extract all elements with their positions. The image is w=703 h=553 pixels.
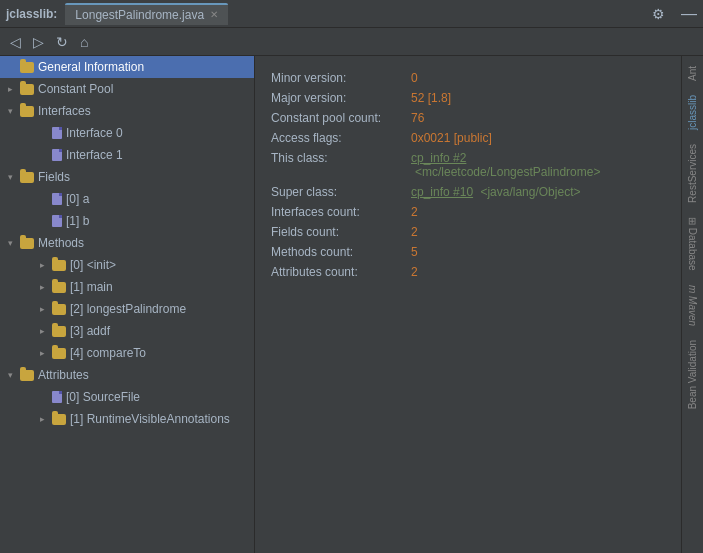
back-button[interactable]: ◁ (6, 32, 25, 52)
tree-item-general-information[interactable]: General Information (0, 56, 254, 78)
tree-item-method-addf[interactable]: [3] addf (0, 320, 254, 342)
tree-panel: General Information Constant Pool Interf… (0, 56, 255, 553)
folder-icon-method-addf (52, 326, 66, 337)
folder-shape (20, 62, 34, 73)
label-methods: Methods (38, 236, 84, 250)
home-button[interactable]: ⌂ (76, 32, 92, 52)
label-method-longestpalindrome: [2] longestPalindrome (70, 302, 186, 316)
info-row-fields-count: Fields count: 2 (271, 222, 665, 242)
tree-item-method-main[interactable]: [1] main (0, 276, 254, 298)
info-row-this-class: This class: cp_info #2 <mc/leetcode/Long… (271, 148, 665, 182)
info-value-this-class-name: <mc/leetcode/LongestPalindrome> (415, 165, 600, 179)
minimize-icon[interactable]: — (681, 6, 697, 22)
folder-shape (52, 326, 66, 337)
info-value-this-class-ref[interactable]: cp_info #2 (411, 151, 466, 165)
tree-item-method-longestpalindrome[interactable]: [2] longestPalindrome (0, 298, 254, 320)
toolbar: ◁ ▷ ↻ ⌂ (0, 28, 703, 56)
arrow-interfaces (8, 106, 20, 116)
tab-label: LongestPalindrome.java (75, 8, 204, 22)
tree-item-attr-runtimevisible[interactable]: [1] RuntimeVisibleAnnotations (0, 408, 254, 430)
tree-item-constant-pool[interactable]: Constant Pool (0, 78, 254, 100)
info-row-methods-count: Methods count: 5 (271, 242, 665, 262)
sidebar-tab-ant[interactable]: Ant (684, 60, 701, 87)
tree-item-fields[interactable]: Fields (0, 166, 254, 188)
tree-item-interfaces[interactable]: Interfaces (0, 100, 254, 122)
label-method-main: [1] main (70, 280, 113, 294)
forward-button[interactable]: ▷ (29, 32, 48, 52)
arrow-constant-pool (8, 84, 20, 94)
folder-shape (52, 282, 66, 293)
app-label: jclasslib: (6, 7, 57, 21)
folder-icon-interfaces (20, 106, 34, 117)
label-interfaces: Interfaces (38, 104, 91, 118)
label-constant-pool: Constant Pool (38, 82, 113, 96)
sidebar-tab-database[interactable]: ⊞ Database (684, 211, 701, 277)
arrow-method-addf (40, 326, 52, 336)
sidebar-tab-rest-services[interactable]: RestServices (684, 138, 701, 209)
file-shape (52, 149, 62, 161)
tree-item-field-a[interactable]: [0] a (0, 188, 254, 210)
settings-icon[interactable]: ⚙ (652, 6, 665, 22)
info-value-methods-count: 5 (411, 245, 418, 259)
sidebar-tab-bean-validation[interactable]: Bean Validation (684, 334, 701, 415)
forward-icon: ▷ (33, 34, 44, 50)
tree-item-method-init[interactable]: [0] <init> (0, 254, 254, 276)
title-bar: jclasslib: LongestPalindrome.java ✕ ⚙ — (0, 0, 703, 28)
folder-icon-general-information (20, 62, 34, 73)
info-label-access-flags: Access flags: (271, 128, 411, 148)
label-field-a: [0] a (66, 192, 89, 206)
main-content: General Information Constant Pool Interf… (0, 56, 703, 553)
info-row-major-version: Major version: 52 [1.8] (271, 88, 665, 108)
home-icon: ⌂ (80, 34, 88, 50)
info-label-attributes-count: Attributes count: (271, 262, 411, 282)
arrow-attr-runtimevisible (40, 414, 52, 424)
file-shape (52, 391, 62, 403)
arrow-fields (8, 172, 20, 182)
tab-close-icon[interactable]: ✕ (210, 9, 218, 20)
info-row-minor-version: Minor version: 0 (271, 68, 665, 88)
info-label-constant-pool-count: Constant pool count: (271, 108, 411, 128)
label-interface-0: Interface 0 (66, 126, 123, 140)
info-row-attributes-count: Attributes count: 2 (271, 262, 665, 282)
info-value-fields-count: 2 (411, 225, 418, 239)
info-value-super-class-name: <java/lang/Object> (480, 185, 580, 199)
label-interface-1: Interface 1 (66, 148, 123, 162)
tree-item-interface-0[interactable]: Interface 0 (0, 122, 254, 144)
sidebar-tab-maven[interactable]: m Maven (684, 279, 701, 332)
tree-item-field-b[interactable]: [1] b (0, 210, 254, 232)
file-shape (52, 127, 62, 139)
file-shape (52, 215, 62, 227)
tree-item-interface-1[interactable]: Interface 1 (0, 144, 254, 166)
folder-icon-attr-runtimevisible (52, 414, 66, 425)
folder-shape (52, 414, 66, 425)
arrow-method-longestpalindrome (40, 304, 52, 314)
file-tab[interactable]: LongestPalindrome.java ✕ (65, 3, 228, 25)
folder-shape (20, 84, 34, 95)
tree-item-method-compareto[interactable]: [4] compareTo (0, 342, 254, 364)
label-attr-runtimevisible: [1] RuntimeVisibleAnnotations (70, 412, 230, 426)
info-value-super-class-ref[interactable]: cp_info #10 (411, 185, 473, 199)
info-panel: Minor version: 0 Major version: 52 [1.8]… (255, 56, 681, 553)
sidebar-tab-jclasslib[interactable]: jclasslib (684, 89, 701, 136)
tree-item-attributes[interactable]: Attributes (0, 364, 254, 386)
info-table: Minor version: 0 Major version: 52 [1.8]… (271, 68, 665, 282)
label-method-compareto: [4] compareTo (70, 346, 146, 360)
info-label-fields-count: Fields count: (271, 222, 411, 242)
info-row-super-class: Super class: cp_info #10 <java/lang/Obje… (271, 182, 665, 202)
reload-button[interactable]: ↻ (52, 32, 72, 52)
info-row-interfaces-count: Interfaces count: 2 (271, 202, 665, 222)
folder-shape (52, 260, 66, 271)
folder-icon-fields (20, 172, 34, 183)
arrow-method-compareto (40, 348, 52, 358)
info-value-attributes-count: 2 (411, 265, 418, 279)
tree-item-methods[interactable]: Methods (0, 232, 254, 254)
label-attributes: Attributes (38, 368, 89, 382)
info-row-constant-pool-count: Constant pool count: 76 (271, 108, 665, 128)
info-label-minor-version: Minor version: (271, 68, 411, 88)
folder-shape (20, 106, 34, 117)
label-general-information: General Information (38, 60, 144, 74)
tree-item-attr-sourcefile[interactable]: [0] SourceFile (0, 386, 254, 408)
arrow-attributes (8, 370, 20, 380)
folder-shape (52, 304, 66, 315)
folder-shape (20, 172, 34, 183)
